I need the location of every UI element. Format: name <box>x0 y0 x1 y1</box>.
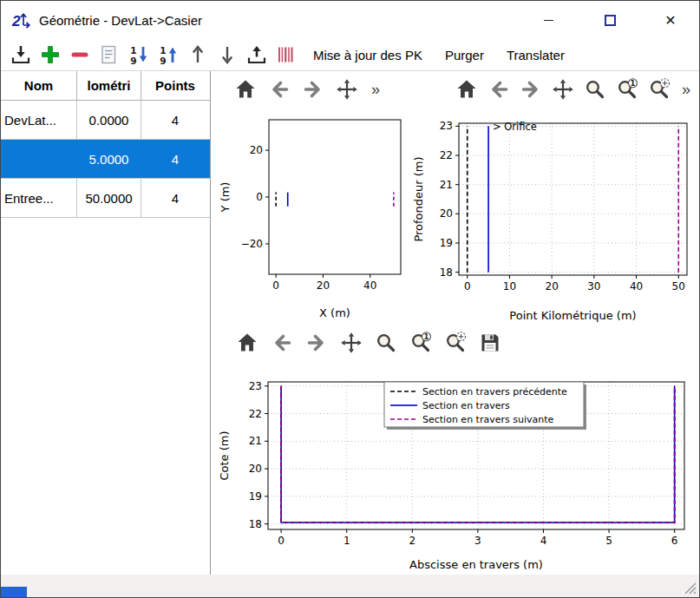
move-down-button[interactable] <box>215 43 239 67</box>
main-toolbar: Mise à jour des PKPurgerTranslater <box>1 39 699 71</box>
profile-overflow-button[interactable]: » <box>679 78 693 102</box>
cell-nom <box>1 140 77 178</box>
forward-icon <box>305 332 328 354</box>
cell-points: 4 <box>141 179 209 217</box>
svg-text:Y (m): Y (m) <box>219 182 232 214</box>
svg-text:Cote (m): Cote (m) <box>218 430 231 480</box>
svg-text:50: 50 <box>672 280 685 292</box>
svg-text:5: 5 <box>605 535 612 547</box>
cell-points: 4 <box>141 140 209 178</box>
profile-zoom-selection-button[interactable] <box>647 78 671 102</box>
app-icon: 2 <box>10 10 31 30</box>
titlebar[interactable]: 2 Géométrie - DevLat->Casier ✕ <box>1 1 699 39</box>
import-button[interactable] <box>9 43 32 67</box>
column-header-nom[interactable]: Nom <box>1 71 77 100</box>
svg-text:21: 21 <box>440 179 453 191</box>
profile-zoom-one-button[interactable] <box>615 78 638 102</box>
pan-icon <box>552 78 574 101</box>
cross-home-button[interactable] <box>235 332 258 355</box>
profile-home-button[interactable] <box>455 78 478 102</box>
cell-nom: DevLat... <box>1 101 77 139</box>
barcode-icon <box>275 43 298 66</box>
svg-text:Profondeur (m): Profondeur (m) <box>412 156 425 241</box>
cross-zoom-button[interactable] <box>374 332 397 355</box>
column-header-pk[interactable]: lométri <box>77 71 141 100</box>
svg-text:Section en travers précédente: Section en travers précédente <box>422 386 567 398</box>
svg-text:Section en travers: Section en travers <box>422 400 510 411</box>
plan-back-button[interactable] <box>267 78 291 102</box>
longitudinal-profile-chart[interactable]: 01020304050181920212223Point Kilométriqu… <box>409 104 697 325</box>
update-pk-button[interactable]: Mise à jour des PK <box>313 48 422 62</box>
svg-text:40: 40 <box>630 280 643 292</box>
move-up-icon <box>186 43 209 66</box>
cell-points: 4 <box>141 101 209 139</box>
cross-save-button[interactable] <box>478 332 501 355</box>
plan-overflow-button[interactable]: » <box>369 78 383 102</box>
column-header-points[interactable]: Points <box>141 71 209 100</box>
profile-zoom-button[interactable] <box>583 78 606 102</box>
svg-text:X (m): X (m) <box>319 306 350 319</box>
remove-icon <box>69 43 91 66</box>
profile-forward-button[interactable] <box>519 78 542 102</box>
svg-text:> Orifice: > Orifice <box>493 121 537 133</box>
svg-text:0: 0 <box>256 191 263 203</box>
purge-button[interactable]: Purger <box>445 48 484 62</box>
close-button[interactable]: ✕ <box>652 7 689 33</box>
svg-text:0: 0 <box>464 280 471 292</box>
svg-text:40: 40 <box>363 279 376 292</box>
add-row-button[interactable] <box>38 43 62 67</box>
cross-forward-button[interactable] <box>304 332 328 355</box>
cross-back-button[interactable] <box>270 332 293 355</box>
import-icon <box>10 43 32 66</box>
plan-forward-button[interactable] <box>301 78 324 102</box>
plan-chart-toolbar: » <box>233 75 383 104</box>
svg-text:19: 19 <box>440 237 453 249</box>
background-window-fragment <box>1 587 27 597</box>
sort-ascending-button[interactable] <box>156 43 180 67</box>
resize-grip[interactable] <box>684 582 697 595</box>
geometry-row[interactable]: 5.00004 <box>1 140 210 179</box>
sections-table: Nom lométri Points DevLat...0.000045.000… <box>1 71 211 575</box>
export-button[interactable] <box>245 43 268 67</box>
maximize-button[interactable] <box>592 7 628 33</box>
main-toolbar-text-buttons: Mise à jour des PKPurgerTranslater <box>313 48 565 62</box>
zoom-icon <box>584 78 606 101</box>
cross-pan-button[interactable] <box>339 332 363 355</box>
edit-notes-button[interactable] <box>97 43 121 67</box>
zoom-icon <box>375 332 397 354</box>
svg-text:2: 2 <box>409 535 415 547</box>
sort-descending-button[interactable] <box>127 43 150 67</box>
cell-pk: 50.0000 <box>77 179 141 217</box>
forward-icon <box>520 78 542 101</box>
forward-icon <box>302 78 324 101</box>
plan-pan-button[interactable] <box>335 78 358 102</box>
translate-button[interactable]: Translater <box>507 48 565 62</box>
export-icon <box>245 43 268 66</box>
cross-zoom-one-button[interactable] <box>409 332 432 355</box>
cross-section-toolbar <box>235 328 501 358</box>
svg-text:0: 0 <box>278 535 285 547</box>
plan-home-button[interactable] <box>233 78 257 102</box>
cross-section-chart[interactable]: 0123456181920212223Abscisse en travers (… <box>214 373 697 575</box>
sort-desc-icon <box>128 43 150 66</box>
back-icon <box>268 78 291 101</box>
geometry-row[interactable]: Entree...50.00004 <box>1 179 210 218</box>
pk-marks-button[interactable] <box>274 43 298 67</box>
add-icon <box>39 43 62 66</box>
plan-view-chart[interactable]: 02040−20020X (m)Y (m) <box>215 104 406 323</box>
svg-text:3: 3 <box>474 535 481 547</box>
profile-pan-button[interactable] <box>551 78 574 102</box>
profile-back-button[interactable] <box>487 78 510 102</box>
minimize-button[interactable] <box>530 7 566 33</box>
remove-row-button[interactable] <box>68 43 91 67</box>
geometry-row[interactable]: DevLat...0.00004 <box>1 101 210 140</box>
table-body: DevLat...0.000045.00004Entree...50.00004 <box>1 101 210 218</box>
charts-area: » » 02040−20020X (m)Y (m) 01020304050181… <box>211 71 699 575</box>
svg-text:6: 6 <box>671 535 678 547</box>
minimize-icon <box>544 20 553 21</box>
svg-text:0: 0 <box>272 279 279 292</box>
move-up-button[interactable] <box>186 43 209 67</box>
zoom-one-icon <box>616 78 638 101</box>
svg-text:30: 30 <box>587 280 600 292</box>
cross-zoom-selection-button[interactable] <box>443 332 467 355</box>
